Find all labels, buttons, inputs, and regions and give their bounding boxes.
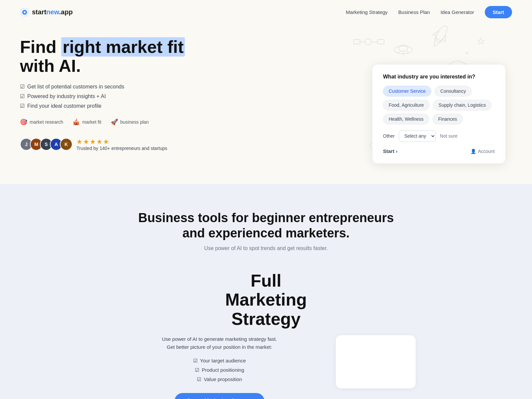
svg-line-11 bbox=[398, 52, 399, 55]
check-icon-2: ☑ bbox=[20, 93, 25, 99]
check-icon-target: ☑ bbox=[193, 358, 198, 364]
industry-card: What industry are you interested in? Cus… bbox=[372, 65, 505, 163]
tools-subtitle: Use power of AI to spot trends and get r… bbox=[20, 245, 512, 251]
industry-tags: Customer Service Consultancy Food, Agric… bbox=[383, 86, 495, 124]
tag-finances[interactable]: Finances bbox=[433, 114, 463, 124]
hero-check-1: ☑Get list of potential customers in seco… bbox=[20, 83, 206, 90]
hero-headline: Find right market fit with AI. bbox=[20, 38, 206, 75]
review-stars: ★★★★★ bbox=[76, 138, 167, 146]
strategy-image-placeholder bbox=[336, 335, 416, 388]
check-positioning: ☑ Product positioning bbox=[116, 367, 323, 373]
svg-point-9 bbox=[394, 46, 412, 54]
card-start-link[interactable]: Start › bbox=[383, 148, 397, 154]
nav-start-button[interactable]: Start bbox=[485, 6, 512, 18]
avatar-group: J M S A K bbox=[20, 138, 72, 151]
check-target-audience: ☑ Your target audience bbox=[116, 358, 323, 364]
card-footer: Start › 👤 Account bbox=[383, 148, 495, 154]
other-label: Other bbox=[383, 133, 395, 139]
tag-consultancy[interactable]: Consultancy bbox=[435, 86, 471, 96]
hero-checklist: ☑Get list of potential customers in seco… bbox=[20, 83, 206, 109]
tag-food-agriculture[interactable]: Food, Agriculture bbox=[383, 100, 430, 110]
svg-point-27 bbox=[466, 52, 468, 54]
hero-features: 🎯 market research 🎪 market fit 🚀 busines… bbox=[20, 118, 206, 126]
tools-section: Business tools for beginner entrepreneur… bbox=[0, 184, 532, 399]
check-icon-position: ☑ bbox=[195, 367, 199, 373]
check-icon-value: ☑ bbox=[197, 376, 201, 382]
svg-line-13 bbox=[407, 52, 408, 55]
svg-rect-18 bbox=[378, 40, 384, 44]
svg-marker-6 bbox=[443, 34, 449, 41]
social-proof: J M S A K ★★★★★ Trusted by 140+ entrepre… bbox=[20, 138, 206, 151]
nav-link-idea[interactable]: Idea Generator bbox=[441, 9, 474, 15]
hero-check-3: ☑Find your ideal customer profile bbox=[20, 103, 206, 109]
industry-card-title: What industry are you interested in? bbox=[383, 74, 495, 80]
other-select[interactable]: Select any bbox=[399, 130, 436, 142]
feature-market-research: 🎯 market research bbox=[20, 118, 63, 126]
business-plan-icon: 🚀 bbox=[111, 118, 118, 126]
hero-content: Find right market fit with AI. ☑Get list… bbox=[20, 38, 206, 151]
strategy-checks: ☑ Your target audience ☑ Product positio… bbox=[116, 358, 323, 382]
svg-marker-4 bbox=[431, 38, 442, 48]
svg-point-2 bbox=[24, 11, 26, 13]
strategy-section: Full Marketing Strategy Use power of AI … bbox=[20, 271, 512, 399]
not-sure-label[interactable]: Not sure bbox=[440, 133, 458, 139]
svg-point-3 bbox=[434, 24, 450, 44]
create-marketing-strategy-button[interactable]: Create Marketing Strategy bbox=[175, 393, 264, 399]
trust-text: Trusted by 140+ entrepreneurs and startu… bbox=[76, 146, 167, 151]
avatar-5: K bbox=[60, 138, 72, 151]
svg-point-14 bbox=[365, 39, 371, 45]
navbar: startnew.app Marketing Strategy Business… bbox=[0, 0, 532, 24]
chevron-right-icon: › bbox=[396, 148, 397, 154]
nav-link-marketing[interactable]: Marketing Strategy bbox=[346, 9, 388, 15]
feature-market-fit: 🎪 market fit bbox=[72, 118, 101, 126]
hero-section: Find right market fit with AI. ☑Get list… bbox=[0, 24, 532, 184]
market-research-icon: 🎯 bbox=[20, 118, 27, 126]
tag-health-wellness[interactable]: Health, Wellness bbox=[383, 114, 429, 124]
tag-supply-chain[interactable]: Supply chain, Logistics bbox=[433, 100, 491, 110]
account-icon: 👤 bbox=[470, 149, 476, 154]
hero-check-2: ☑Powered by industry insights + AI bbox=[20, 93, 206, 99]
account-link[interactable]: 👤 Account bbox=[470, 149, 495, 154]
logo-icon bbox=[20, 8, 29, 17]
nav-link-business[interactable]: Business Plan bbox=[398, 9, 430, 15]
svg-rect-17 bbox=[354, 40, 360, 44]
market-fit-icon: 🎪 bbox=[72, 118, 80, 126]
check-icon-3: ☑ bbox=[20, 103, 25, 109]
svg-point-10 bbox=[399, 45, 408, 51]
tools-heading: Business tools for beginner entrepreneur… bbox=[20, 210, 512, 241]
svg-marker-19 bbox=[477, 38, 484, 44]
other-row: Other Select any Not sure bbox=[383, 130, 495, 142]
strategy-title: Full Marketing Strategy bbox=[20, 271, 512, 329]
strategy-desc-line1: Use power of AI to generate marketing st… bbox=[116, 335, 323, 351]
check-icon-1: ☑ bbox=[20, 83, 25, 90]
check-value-prop: ☑ Value proposition bbox=[116, 376, 323, 382]
logo[interactable]: startnew.app bbox=[20, 8, 73, 17]
svg-marker-5 bbox=[433, 29, 439, 36]
tag-customer-service[interactable]: Customer Service bbox=[383, 86, 431, 96]
nav-links: Marketing Strategy Business Plan Idea Ge… bbox=[346, 6, 512, 18]
feature-business-plan: 🚀 business plan bbox=[111, 118, 149, 126]
strategy-text-content: Use power of AI to generate marketing st… bbox=[116, 335, 323, 399]
